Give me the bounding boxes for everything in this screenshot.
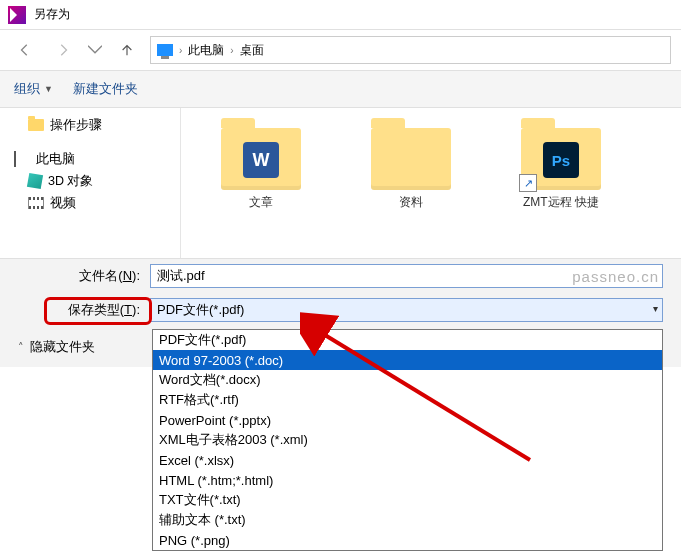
address-bar[interactable]: › 此电脑 › 桌面	[150, 36, 671, 64]
pc-icon	[14, 152, 30, 166]
chevron-down-icon: ▾	[653, 303, 658, 314]
folder-icon: Ps ↗	[521, 128, 601, 190]
tree-item-3d[interactable]: 3D 对象	[0, 170, 180, 192]
file-label: 资料	[399, 194, 423, 211]
nav-bar: › 此电脑 › 桌面	[0, 30, 681, 70]
shortcut-icon: ↗	[519, 174, 537, 192]
filetype-option[interactable]: Word 97-2003 (*.doc)	[153, 350, 662, 370]
up-button[interactable]	[112, 35, 142, 65]
app-icon	[8, 6, 26, 24]
filetype-option[interactable]: RTF格式(*.rtf)	[153, 390, 662, 410]
filename-label: 文件名(N):	[0, 267, 150, 285]
filetype-dropdown[interactable]: PDF文件(*.pdf)Word 97-2003 (*.doc)Word文档(*…	[152, 329, 663, 551]
chevron-up-icon: ˄	[18, 341, 24, 354]
new-folder-button[interactable]: 新建文件夹	[73, 80, 138, 98]
video-icon	[28, 197, 44, 209]
pc-icon	[157, 44, 173, 56]
tree-item-video[interactable]: 视频	[0, 192, 180, 214]
body: 操作步骤 此电脑 3D 对象 视频 W 文章 资料 Ps	[0, 108, 681, 258]
folder-icon: W	[221, 128, 301, 190]
filetype-combobox[interactable]: PDF文件(*.pdf) ▾	[150, 298, 663, 322]
3d-icon	[27, 173, 43, 189]
filetype-option[interactable]: XML电子表格2003 (*.xml)	[153, 430, 662, 450]
hide-label: 隐藏文件夹	[30, 338, 95, 356]
file-item[interactable]: 资料	[361, 128, 461, 238]
filetype-option[interactable]: PDF文件(*.pdf)	[153, 330, 662, 350]
filetype-label: 保存类型(T):	[0, 301, 150, 319]
folder-icon	[28, 119, 44, 131]
tree-label: 此电脑	[36, 151, 75, 168]
folder-icon	[371, 128, 451, 190]
chevron-right-icon: ›	[179, 45, 182, 56]
photoshop-icon: Ps	[543, 142, 579, 178]
filetype-option[interactable]: TXT文件(*.txt)	[153, 490, 662, 510]
forward-button[interactable]	[48, 35, 78, 65]
chevron-right-icon: ›	[230, 45, 233, 56]
file-item[interactable]: Ps ↗ ZMT远程 快捷	[511, 128, 611, 238]
form-area: 文件名(N): 测试.pdf 保存类型(T): PDF文件(*.pdf) ▾ P…	[0, 258, 681, 367]
organize-button[interactable]: 组织 ▼	[14, 80, 53, 98]
filetype-value: PDF文件(*.pdf)	[157, 301, 244, 319]
filename-value: 测试.pdf	[157, 267, 205, 285]
filename-row: 文件名(N): 测试.pdf	[0, 259, 681, 293]
filetype-option[interactable]: Excel (*.xlsx)	[153, 450, 662, 470]
filetype-option[interactable]: PNG (*.png)	[153, 530, 662, 550]
window-title: 另存为	[34, 6, 70, 23]
tree-label: 视频	[50, 195, 76, 212]
tree-item-steps[interactable]: 操作步骤	[0, 114, 180, 136]
filetype-option[interactable]: Word文档(*.docx)	[153, 370, 662, 390]
tree-label: 3D 对象	[48, 173, 93, 190]
toolbar: 组织 ▼ 新建文件夹	[0, 70, 681, 108]
filetype-option[interactable]: HTML (*.htm;*.html)	[153, 470, 662, 490]
word-icon: W	[243, 142, 279, 178]
nav-tree: 操作步骤 此电脑 3D 对象 视频	[0, 108, 180, 258]
file-label: ZMT远程 快捷	[523, 194, 599, 211]
filetype-option[interactable]: 辅助文本 (*.txt)	[153, 510, 662, 530]
crumb-pc[interactable]: 此电脑	[188, 42, 224, 59]
recent-dropdown[interactable]	[86, 35, 104, 65]
file-label: 文章	[249, 194, 273, 211]
tree-item-pc[interactable]: 此电脑	[0, 148, 180, 170]
file-pane[interactable]: W 文章 资料 Ps ↗ ZMT远程 快捷	[180, 108, 681, 258]
tree-label: 操作步骤	[50, 117, 102, 134]
title-bar: 另存为	[0, 0, 681, 30]
new-folder-label: 新建文件夹	[73, 80, 138, 98]
chevron-down-icon: ▼	[44, 84, 53, 94]
organize-label: 组织	[14, 80, 40, 98]
filetype-row: 保存类型(T): PDF文件(*.pdf) ▾	[0, 293, 681, 327]
file-item[interactable]: W 文章	[211, 128, 311, 238]
filename-input[interactable]: 测试.pdf	[150, 264, 663, 288]
filetype-option[interactable]: PowerPoint (*.pptx)	[153, 410, 662, 430]
back-button[interactable]	[10, 35, 40, 65]
crumb-desktop[interactable]: 桌面	[240, 42, 264, 59]
